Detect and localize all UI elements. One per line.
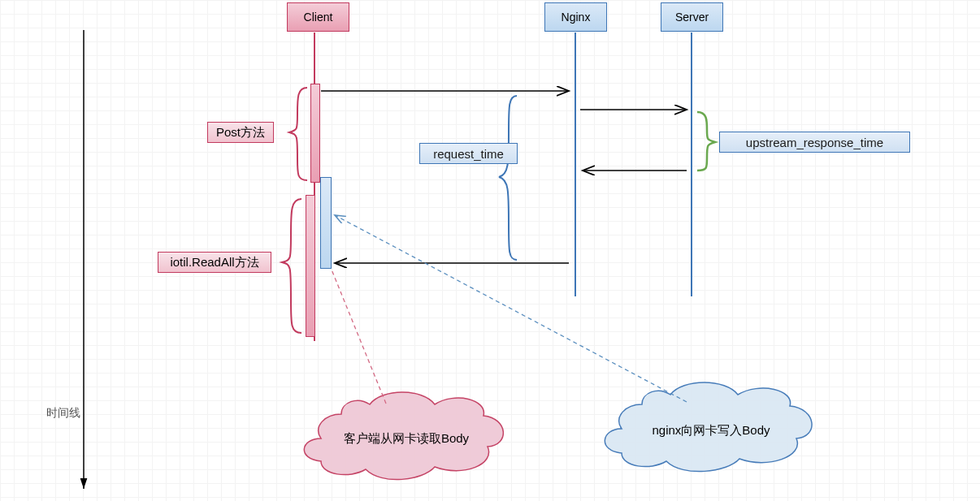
participant-server: Server	[661, 2, 723, 32]
cloud-client-read-body: 客户端从网卡读取Body	[304, 392, 503, 480]
label-post-method-text: Post方法	[216, 125, 265, 140]
activation-nginx-body-at-client	[320, 177, 332, 269]
label-post-method: Post方法	[207, 122, 274, 143]
diagram-svg: 客户端从网卡读取Body nginx向网卡写入Body	[0, 0, 980, 501]
brace-iotil-readall	[282, 199, 301, 333]
cloud-nginx-text: nginx向网卡写入Body	[652, 423, 770, 437]
pointer-nginx-cloud	[335, 215, 687, 402]
cloud-client-text: 客户端从网卡读取Body	[344, 431, 470, 445]
label-request-time-text: request_time	[433, 147, 504, 161]
label-upstream-response-time: upstream_response_time	[719, 132, 910, 153]
label-upstream-response-time-text: upstream_response_time	[746, 136, 883, 149]
cloud-nginx-write-body: nginx向网卡写入Body	[605, 382, 812, 472]
brace-upstream-response-time	[697, 112, 715, 171]
activation-client-readall-outer	[306, 195, 315, 337]
axis-timeline-label: 时间线	[46, 406, 80, 421]
label-request-time: request_time	[419, 143, 518, 164]
participant-nginx-label: Nginx	[562, 11, 591, 24]
participant-nginx: Nginx	[544, 2, 607, 32]
participant-client: Client	[287, 2, 349, 32]
participant-server-label: Server	[675, 11, 709, 24]
brace-post-method	[289, 88, 307, 180]
activation-client-post	[310, 84, 320, 183]
brace-request-time	[499, 96, 517, 260]
axis-timeline-text: 时间线	[46, 406, 80, 419]
label-iotil-readall: iotil.ReadAll方法	[158, 252, 271, 273]
label-iotil-readall-text: iotil.ReadAll方法	[170, 255, 258, 270]
participant-client-label: Client	[304, 11, 333, 24]
